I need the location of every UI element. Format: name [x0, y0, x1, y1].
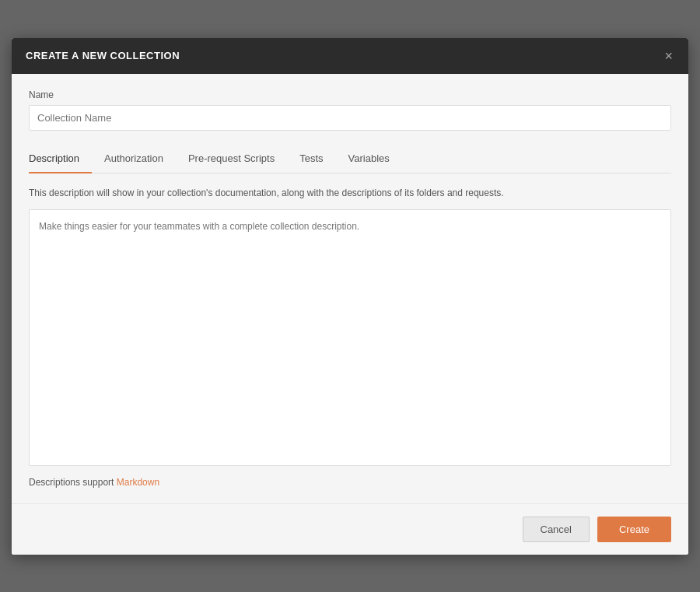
- close-button[interactable]: ×: [663, 49, 674, 63]
- modal-overlay: CREATE A NEW COLLECTION × Name Descripti…: [0, 0, 700, 592]
- description-info-text: This description will show in your colle…: [29, 186, 671, 200]
- description-tab-content: This description will show in your colle…: [29, 186, 671, 488]
- tab-description[interactable]: Description: [29, 145, 92, 173]
- tab-pre-request-scripts[interactable]: Pre-request Scripts: [176, 145, 287, 173]
- tabs-container: Description Authorization Pre-request Sc…: [29, 145, 671, 173]
- description-textarea[interactable]: [29, 209, 671, 466]
- tab-variables[interactable]: Variables: [336, 145, 402, 173]
- modal-title: CREATE A NEW COLLECTION: [26, 50, 180, 61]
- modal-body: Name Description Authorization Pre-reque…: [12, 74, 688, 503]
- markdown-note: Descriptions support Markdown: [29, 477, 671, 488]
- create-collection-modal: CREATE A NEW COLLECTION × Name Descripti…: [12, 38, 688, 555]
- markdown-link[interactable]: Markdown: [117, 477, 159, 488]
- modal-footer: Cancel Create: [12, 503, 688, 555]
- cancel-button[interactable]: Cancel: [523, 517, 590, 542]
- create-button[interactable]: Create: [597, 517, 671, 542]
- tab-tests[interactable]: Tests: [287, 145, 335, 173]
- modal-header: CREATE A NEW COLLECTION ×: [12, 38, 688, 74]
- name-field-group: Name: [29, 89, 671, 131]
- collection-name-input[interactable]: [29, 105, 671, 131]
- name-label: Name: [29, 89, 671, 100]
- tab-authorization[interactable]: Authorization: [92, 145, 176, 173]
